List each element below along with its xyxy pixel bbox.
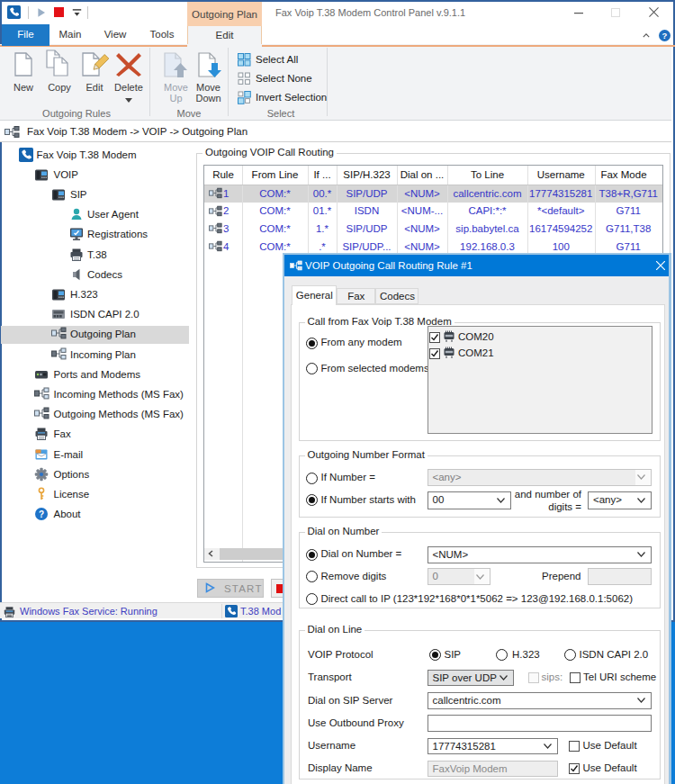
svg-text:?: ? [39,509,44,519]
